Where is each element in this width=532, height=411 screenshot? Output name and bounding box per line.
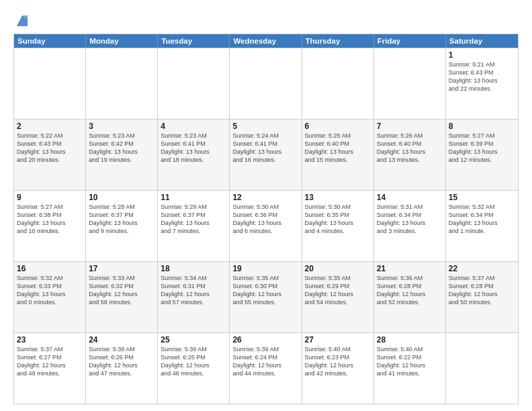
cell-day-number: 17 [89, 264, 154, 273]
page: SundayMondayTuesdayWednesdayThursdayFrid… [0, 0, 532, 411]
cell-info-text: Sunrise: 5:32 AM Sunset: 6:33 PM Dayligh… [17, 274, 83, 307]
cell-info-text: Sunrise: 5:30 AM Sunset: 6:35 PM Dayligh… [305, 203, 371, 236]
cell-day-number: 20 [305, 264, 371, 273]
cal-cell: 8Sunrise: 5:27 AM Sunset: 6:39 PM Daylig… [446, 120, 518, 190]
cal-cell: 18Sunrise: 5:34 AM Sunset: 6:31 PM Dayli… [158, 262, 230, 332]
cal-cell: 4Sunrise: 5:23 AM Sunset: 6:41 PM Daylig… [158, 120, 230, 190]
cal-cell [302, 48, 374, 119]
cal-row-1: 1Sunrise: 5:21 AM Sunset: 6:43 PM Daylig… [14, 48, 518, 119]
cell-info-text: Sunrise: 5:37 AM Sunset: 6:27 PM Dayligh… [17, 345, 83, 378]
cell-info-text: Sunrise: 5:28 AM Sunset: 6:37 PM Dayligh… [89, 203, 154, 236]
cal-cell [230, 48, 302, 119]
cal-header-saturday: Saturday [446, 34, 518, 48]
calendar-header-row: SundayMondayTuesdayWednesdayThursdayFrid… [14, 34, 518, 48]
cal-cell: 11Sunrise: 5:29 AM Sunset: 6:37 PM Dayli… [158, 191, 230, 261]
cell-info-text: Sunrise: 5:39 AM Sunset: 6:24 PM Dayligh… [232, 345, 298, 378]
cal-cell: 13Sunrise: 5:30 AM Sunset: 6:35 PM Dayli… [302, 191, 374, 261]
cal-cell: 2Sunrise: 5:22 AM Sunset: 6:43 PM Daylig… [14, 120, 86, 190]
cal-cell: 19Sunrise: 5:35 AM Sunset: 6:30 PM Dayli… [230, 262, 302, 332]
cell-day-number: 16 [17, 264, 83, 273]
cal-cell: 17Sunrise: 5:33 AM Sunset: 6:32 PM Dayli… [86, 262, 158, 332]
cal-cell: 10Sunrise: 5:28 AM Sunset: 6:37 PM Dayli… [86, 191, 158, 261]
cell-day-number: 18 [161, 264, 226, 273]
cal-cell: 7Sunrise: 5:26 AM Sunset: 6:40 PM Daylig… [374, 120, 446, 190]
cell-day-number: 10 [89, 193, 154, 202]
cal-row-4: 16Sunrise: 5:32 AM Sunset: 6:33 PM Dayli… [14, 261, 518, 332]
cell-info-text: Sunrise: 5:38 AM Sunset: 6:26 PM Dayligh… [89, 345, 154, 378]
cell-day-number: 3 [89, 122, 154, 131]
cell-day-number: 7 [377, 122, 443, 131]
cell-day-number: 13 [305, 193, 371, 202]
cell-day-number: 2 [17, 122, 83, 131]
cell-day-number: 22 [449, 264, 515, 273]
cell-day-number: 14 [377, 193, 443, 202]
cell-info-text: Sunrise: 5:40 AM Sunset: 6:22 PM Dayligh… [377, 345, 443, 378]
cell-day-number: 23 [17, 335, 83, 345]
cal-cell: 16Sunrise: 5:32 AM Sunset: 6:33 PM Dayli… [14, 262, 86, 332]
cell-info-text: Sunrise: 5:27 AM Sunset: 6:39 PM Dayligh… [449, 132, 515, 165]
cell-info-text: Sunrise: 5:31 AM Sunset: 6:34 PM Dayligh… [377, 203, 443, 236]
cell-info-text: Sunrise: 5:24 AM Sunset: 6:41 PM Dayligh… [232, 132, 298, 165]
cal-cell: 20Sunrise: 5:35 AM Sunset: 6:29 PM Dayli… [302, 262, 374, 332]
cell-info-text: Sunrise: 5:23 AM Sunset: 6:41 PM Dayligh… [161, 132, 226, 165]
cell-info-text: Sunrise: 5:29 AM Sunset: 6:37 PM Dayligh… [161, 203, 226, 236]
cell-day-number: 21 [377, 264, 443, 273]
cal-cell [374, 48, 446, 119]
cell-info-text: Sunrise: 5:35 AM Sunset: 6:30 PM Dayligh… [232, 274, 298, 307]
cell-day-number: 28 [377, 335, 443, 345]
cal-cell [14, 48, 86, 119]
cal-cell: 27Sunrise: 5:40 AM Sunset: 6:23 PM Dayli… [302, 333, 374, 404]
cell-info-text: Sunrise: 5:22 AM Sunset: 6:43 PM Dayligh… [17, 132, 83, 165]
cal-cell [446, 333, 518, 404]
logo-text-block [13, 13, 30, 28]
cal-cell: 15Sunrise: 5:32 AM Sunset: 6:34 PM Dayli… [446, 191, 518, 261]
cal-cell: 23Sunrise: 5:37 AM Sunset: 6:27 PM Dayli… [14, 333, 86, 404]
cell-info-text: Sunrise: 5:37 AM Sunset: 6:28 PM Dayligh… [449, 274, 515, 307]
cal-cell: 9Sunrise: 5:27 AM Sunset: 6:38 PM Daylig… [14, 191, 86, 261]
logo [13, 13, 30, 28]
cal-header-tuesday: Tuesday [158, 34, 230, 48]
cell-day-number: 26 [232, 335, 298, 345]
cal-row-5: 23Sunrise: 5:37 AM Sunset: 6:27 PM Dayli… [14, 332, 518, 404]
cal-cell: 3Sunrise: 5:23 AM Sunset: 6:42 PM Daylig… [86, 120, 158, 190]
logo-icon [15, 13, 30, 28]
cal-cell: 12Sunrise: 5:30 AM Sunset: 6:36 PM Dayli… [230, 191, 302, 261]
cal-cell: 22Sunrise: 5:37 AM Sunset: 6:28 PM Dayli… [446, 262, 518, 332]
cal-row-2: 2Sunrise: 5:22 AM Sunset: 6:43 PM Daylig… [14, 119, 518, 190]
cell-info-text: Sunrise: 5:21 AM Sunset: 6:43 PM Dayligh… [449, 60, 515, 93]
cal-header-thursday: Thursday [302, 34, 374, 48]
cell-day-number: 11 [161, 193, 226, 202]
cell-info-text: Sunrise: 5:36 AM Sunset: 6:28 PM Dayligh… [377, 274, 443, 307]
cal-row-3: 9Sunrise: 5:27 AM Sunset: 6:38 PM Daylig… [14, 190, 518, 261]
cell-day-number: 6 [305, 122, 371, 131]
cal-cell: 21Sunrise: 5:36 AM Sunset: 6:28 PM Dayli… [374, 262, 446, 332]
cell-info-text: Sunrise: 5:39 AM Sunset: 6:25 PM Dayligh… [161, 345, 226, 378]
cell-info-text: Sunrise: 5:32 AM Sunset: 6:34 PM Dayligh… [449, 203, 515, 236]
calendar-body: 1Sunrise: 5:21 AM Sunset: 6:43 PM Daylig… [14, 48, 518, 404]
cell-day-number: 12 [232, 193, 298, 202]
cell-day-number: 15 [449, 193, 515, 202]
cell-info-text: Sunrise: 5:33 AM Sunset: 6:32 PM Dayligh… [89, 274, 154, 307]
cal-cell: 25Sunrise: 5:39 AM Sunset: 6:25 PM Dayli… [158, 333, 230, 404]
cell-day-number: 8 [449, 122, 515, 131]
calendar: SundayMondayTuesdayWednesdayThursdayFrid… [13, 34, 519, 404]
cell-day-number: 4 [161, 122, 226, 131]
cell-day-number: 5 [232, 122, 298, 131]
cell-info-text: Sunrise: 5:35 AM Sunset: 6:29 PM Dayligh… [305, 274, 371, 307]
cell-info-text: Sunrise: 5:26 AM Sunset: 6:40 PM Dayligh… [377, 132, 443, 165]
cal-cell [86, 48, 158, 119]
cell-info-text: Sunrise: 5:23 AM Sunset: 6:42 PM Dayligh… [89, 132, 154, 165]
cell-info-text: Sunrise: 5:27 AM Sunset: 6:38 PM Dayligh… [17, 203, 83, 236]
cal-header-wednesday: Wednesday [230, 34, 302, 48]
cal-cell: 28Sunrise: 5:40 AM Sunset: 6:22 PM Dayli… [374, 333, 446, 404]
cal-cell [158, 48, 230, 119]
cell-info-text: Sunrise: 5:30 AM Sunset: 6:36 PM Dayligh… [232, 203, 298, 236]
cal-header-friday: Friday [374, 34, 446, 48]
cell-day-number: 27 [305, 335, 371, 345]
header [13, 11, 519, 28]
cal-cell: 26Sunrise: 5:39 AM Sunset: 6:24 PM Dayli… [230, 333, 302, 404]
cell-day-number: 19 [232, 264, 298, 273]
cal-header-monday: Monday [86, 34, 158, 48]
cal-cell: 5Sunrise: 5:24 AM Sunset: 6:41 PM Daylig… [230, 120, 302, 190]
cell-info-text: Sunrise: 5:25 AM Sunset: 6:40 PM Dayligh… [305, 132, 371, 165]
